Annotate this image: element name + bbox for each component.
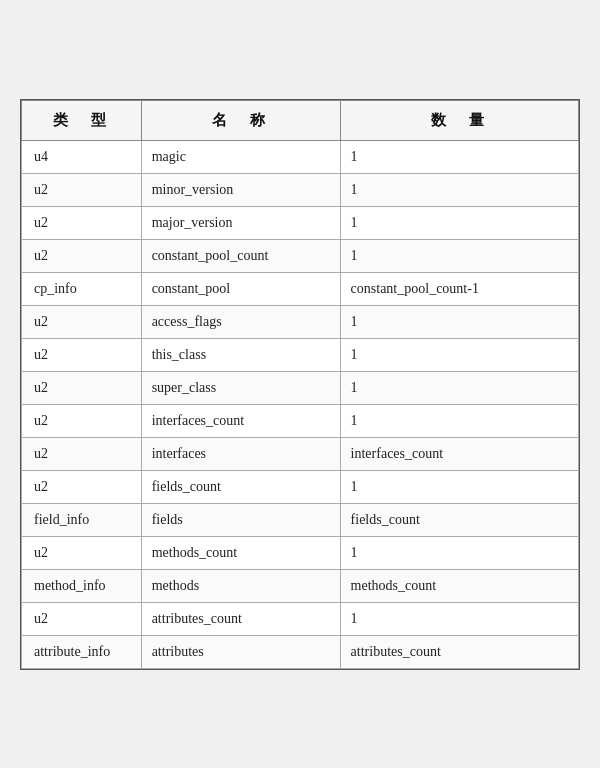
cell-type: u2	[22, 338, 142, 371]
table-row: u2fields_count1	[22, 470, 579, 503]
header-name: 名 称	[141, 100, 340, 140]
table-row: u2major_version1	[22, 206, 579, 239]
cell-type: u2	[22, 470, 142, 503]
cell-type: u2	[22, 437, 142, 470]
table-row: u2super_class1	[22, 371, 579, 404]
cell-type: u2	[22, 536, 142, 569]
cell-name: interfaces	[141, 437, 340, 470]
table-row: u2access_flags1	[22, 305, 579, 338]
cell-name: access_flags	[141, 305, 340, 338]
cell-count: 1	[340, 404, 578, 437]
cell-count: 1	[340, 305, 578, 338]
cell-name: fields_count	[141, 470, 340, 503]
cell-type: u4	[22, 140, 142, 173]
cell-type: u2	[22, 602, 142, 635]
cell-name: attributes	[141, 635, 340, 668]
cell-count: methods_count	[340, 569, 578, 602]
cell-count: 1	[340, 371, 578, 404]
cell-name: interfaces_count	[141, 404, 340, 437]
header-count: 数 量	[340, 100, 578, 140]
cell-name: major_version	[141, 206, 340, 239]
table-header-row: 类 型 名 称 数 量	[22, 100, 579, 140]
cell-name: magic	[141, 140, 340, 173]
cell-name: methods_count	[141, 536, 340, 569]
table-row: field_infofieldsfields_count	[22, 503, 579, 536]
table-row: method_infomethodsmethods_count	[22, 569, 579, 602]
cell-name: constant_pool_count	[141, 239, 340, 272]
cell-type: field_info	[22, 503, 142, 536]
cell-count: 1	[340, 206, 578, 239]
cell-count: 1	[340, 338, 578, 371]
cell-type: u2	[22, 173, 142, 206]
header-type: 类 型	[22, 100, 142, 140]
cell-count: fields_count	[340, 503, 578, 536]
cell-count: 1	[340, 536, 578, 569]
table-row: u2interfaces_count1	[22, 404, 579, 437]
cell-name: methods	[141, 569, 340, 602]
table-row: cp_infoconstant_poolconstant_pool_count-…	[22, 272, 579, 305]
cell-name: this_class	[141, 338, 340, 371]
table-row: u2constant_pool_count1	[22, 239, 579, 272]
class-structure-table: 类 型 名 称 数 量 u4magic1u2minor_version1u2ma…	[21, 100, 579, 669]
cell-name: constant_pool	[141, 272, 340, 305]
table-row: u2methods_count1	[22, 536, 579, 569]
cell-type: u2	[22, 206, 142, 239]
cell-name: attributes_count	[141, 602, 340, 635]
cell-count: 1	[340, 602, 578, 635]
cell-type: attribute_info	[22, 635, 142, 668]
cell-type: u2	[22, 404, 142, 437]
table-row: attribute_infoattributesattributes_count	[22, 635, 579, 668]
cell-name: fields	[141, 503, 340, 536]
cell-type: u2	[22, 239, 142, 272]
cell-count: 1	[340, 470, 578, 503]
cell-name: minor_version	[141, 173, 340, 206]
table-row: u2interfacesinterfaces_count	[22, 437, 579, 470]
cell-type: method_info	[22, 569, 142, 602]
cell-count: 1	[340, 173, 578, 206]
cell-count: 1	[340, 239, 578, 272]
table-row: u2this_class1	[22, 338, 579, 371]
table-row: u4magic1	[22, 140, 579, 173]
table-container: 类 型 名 称 数 量 u4magic1u2minor_version1u2ma…	[20, 99, 580, 670]
table-row: u2attributes_count1	[22, 602, 579, 635]
cell-count: constant_pool_count-1	[340, 272, 578, 305]
cell-count: attributes_count	[340, 635, 578, 668]
cell-count: 1	[340, 140, 578, 173]
cell-type: cp_info	[22, 272, 142, 305]
cell-name: super_class	[141, 371, 340, 404]
cell-count: interfaces_count	[340, 437, 578, 470]
cell-type: u2	[22, 371, 142, 404]
cell-type: u2	[22, 305, 142, 338]
table-row: u2minor_version1	[22, 173, 579, 206]
